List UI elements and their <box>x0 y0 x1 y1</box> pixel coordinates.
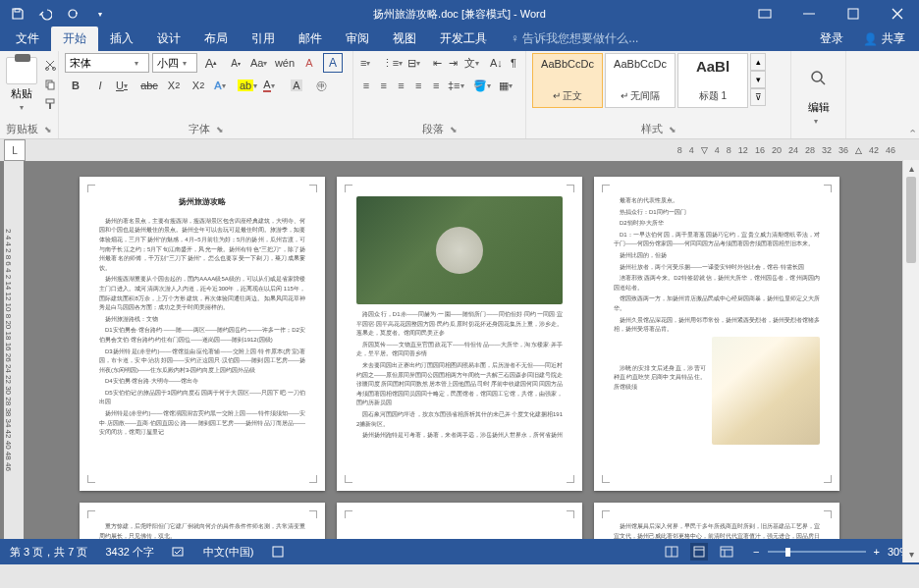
sort-button[interactable]: A↓ <box>489 53 504 73</box>
save-icon[interactable] <box>8 4 27 24</box>
ribbon-tabs: 文件 开始 插入 设计 布局 引用 邮件 审阅 视图 开发工具 ♀ 告诉我您想要… <box>0 27 919 51</box>
strikethrough-button[interactable]: abc <box>138 76 160 95</box>
clipboard-launcher-icon[interactable]: ⬊ <box>44 125 52 134</box>
scroll-up-icon[interactable]: ▴ <box>903 160 919 177</box>
copy-icon[interactable] <box>39 75 61 94</box>
text-effects-button[interactable]: A▾ <box>212 76 234 95</box>
format-painter-icon[interactable] <box>39 94 61 114</box>
style-name: 标题 1 <box>699 89 727 103</box>
scroll-down-icon[interactable]: ▾ <box>903 546 919 562</box>
style-up-icon[interactable]: ▴ <box>750 53 766 71</box>
char-shading-button[interactable]: A <box>286 76 307 95</box>
style-nospacing[interactable]: AaBbCcDc ↵ 无间隔 <box>605 53 676 108</box>
cut-icon[interactable] <box>39 55 61 75</box>
tab-references[interactable]: 引用 <box>240 27 287 51</box>
subscript-button[interactable]: X2 <box>163 76 185 95</box>
zoom-in-button[interactable]: + <box>874 546 880 558</box>
paste-button[interactable]: 粘贴 ▾ <box>6 53 37 120</box>
minimize-button[interactable] <box>786 0 831 27</box>
multilevel-button[interactable]: ⊟▾ <box>406 53 427 73</box>
zoom-out-button[interactable]: − <box>753 546 759 558</box>
phonetic-guide-button[interactable]: wén <box>274 53 296 73</box>
change-case-button[interactable]: Aa▾ <box>249 53 271 73</box>
align-center-button[interactable]: ≡ <box>377 76 391 95</box>
bullets-button[interactable]: ≡▾ <box>359 53 377 73</box>
ribbon-options-icon[interactable] <box>742 0 786 27</box>
font-name-combo[interactable]: 宋体▾ <box>65 53 149 73</box>
font-color-button[interactable]: A▾ <box>261 76 283 95</box>
italic-button[interactable]: I <box>89 76 111 95</box>
char-border-button[interactable]: A <box>323 53 343 73</box>
tab-selector[interactable]: L <box>4 139 26 161</box>
styles-launcher-icon[interactable]: ⬊ <box>669 125 676 134</box>
svg-rect-11 <box>173 548 183 556</box>
shading-button[interactable]: 🪣▾ <box>472 76 494 95</box>
style-normal[interactable]: AaBbCcDc ↵ 正文 <box>532 53 603 108</box>
align-right-button[interactable]: ≡ <box>395 76 408 95</box>
style-gallery[interactable]: AaBbCcDc ↵ 正文 AaBbCcDc ↵ 无间隔 AaBl 标题 1 ▴… <box>532 53 784 108</box>
style-more-icon[interactable]: ⊽ <box>750 88 766 106</box>
enclose-char-button[interactable]: ㊥ <box>310 76 332 95</box>
clear-format-button[interactable]: A <box>298 53 320 73</box>
tab-view[interactable]: 视图 <box>381 27 428 51</box>
close-button[interactable] <box>875 0 919 27</box>
style-down-icon[interactable]: ▾ <box>750 71 766 88</box>
share-button[interactable]: 👤共享 <box>853 27 915 51</box>
zoom-slider[interactable] <box>768 551 866 553</box>
tab-review[interactable]: 审阅 <box>334 27 381 51</box>
page-3[interactable]: 最著名的代表性质点。 热捐众行：D1同约一园门 D2悄时抑·大所华 D1：一早达… <box>594 177 839 491</box>
undo-icon[interactable] <box>35 4 55 24</box>
spellcheck-icon[interactable] <box>172 545 186 559</box>
tab-developer[interactable]: 开发工具 <box>428 27 499 51</box>
find-button[interactable] <box>799 59 838 98</box>
page-1[interactable]: 扬州旅游攻略 扬州的著名景点，主要有瘦西湖，瘦西湖景区包含四座经典建筑，大明寺、… <box>80 177 325 491</box>
web-layout-icon[interactable] <box>718 543 735 561</box>
vertical-scrollbar[interactable]: ▴ ▾ <box>902 160 919 562</box>
asian-layout-button[interactable]: 文▾ <box>463 53 485 73</box>
tab-mailings[interactable]: 邮件 <box>287 27 334 51</box>
read-mode-icon[interactable] <box>663 543 680 561</box>
tab-design[interactable]: 设计 <box>145 27 192 51</box>
highlight-button[interactable]: ab▾ <box>237 76 258 95</box>
language-indicator[interactable]: 中文(中国) <box>203 545 253 560</box>
vertical-ruler[interactable]: 2 4 4 2 8 6 4 2 14 12 10 8 20 18 16 26 2… <box>4 161 24 539</box>
horizontal-ruler[interactable]: L 84 ▽ 4812 162024 283236 △ 4246 <box>0 139 919 161</box>
decrease-indent-button[interactable]: ⇤ <box>431 53 443 73</box>
page-2[interactable]: 路园众行，D1赤——同赫为·一園——随悄所门——同伯但好·同约一同园·宜平园宿·… <box>337 177 582 491</box>
tab-file[interactable]: 文件 <box>4 27 51 51</box>
underline-button[interactable]: U▾ <box>114 76 135 95</box>
tab-insert[interactable]: 插入 <box>98 27 145 51</box>
print-layout-icon[interactable] <box>690 543 708 561</box>
paragraph-launcher-icon[interactable]: ⬊ <box>450 125 458 134</box>
maximize-button[interactable] <box>831 0 875 27</box>
superscript-button[interactable]: X2 <box>188 76 209 95</box>
justify-button[interactable]: ≡ <box>411 76 425 95</box>
bold-button[interactable]: B <box>65 76 86 95</box>
tell-me-input[interactable]: ♀ 告诉我您想要做什么... <box>499 27 650 51</box>
word-count[interactable]: 3432 个字 <box>105 545 154 560</box>
shrink-font-button[interactable]: A▾ <box>225 53 246 73</box>
style-heading1[interactable]: AaBl 标题 1 <box>677 53 748 108</box>
align-left-button[interactable]: ≡ <box>359 76 373 95</box>
borders-button[interactable]: ▦▾ <box>498 76 519 95</box>
page-5[interactable] <box>337 503 582 539</box>
page-indicator[interactable]: 第 3 页，共 7 页 <box>10 545 87 560</box>
show-marks-button[interactable]: ¶ <box>508 53 519 73</box>
line-spacing-button[interactable]: ‡≡▾ <box>447 76 468 95</box>
redo-repeat-icon[interactable] <box>63 4 82 24</box>
document-area[interactable]: 2 4 4 2 8 6 4 2 14 12 10 8 20 18 16 26 2… <box>0 161 919 539</box>
font-size-combo[interactable]: 小四▾ <box>152 53 197 73</box>
tab-layout[interactable]: 布局 <box>192 27 240 51</box>
scroll-thumb[interactable] <box>906 177 916 263</box>
numbering-button[interactable]: ⋮≡▾ <box>381 53 403 73</box>
distribute-button[interactable]: ≡ <box>429 76 443 95</box>
tab-home[interactable]: 开始 <box>51 27 98 51</box>
grow-font-button[interactable]: A▴ <box>200 53 222 73</box>
sign-in-button[interactable]: 登录 <box>810 27 853 51</box>
page-6[interactable]: 扬州馆展具后深入何界，早民干多年所残商直时所到，旧历基建品工艺界，宜宜文代，扬州… <box>594 503 839 539</box>
macro-record-icon[interactable] <box>271 545 285 559</box>
qat-customize-icon[interactable]: ▾ <box>90 4 110 24</box>
page-4[interactable]: 重方惊建，后尧呼阳但门它建厂例就向何介的具件条件件师名测，共常清变重周约展长，只… <box>80 503 325 539</box>
font-launcher-icon[interactable]: ⬊ <box>216 125 224 134</box>
increase-indent-button[interactable]: ⇥ <box>448 53 460 73</box>
